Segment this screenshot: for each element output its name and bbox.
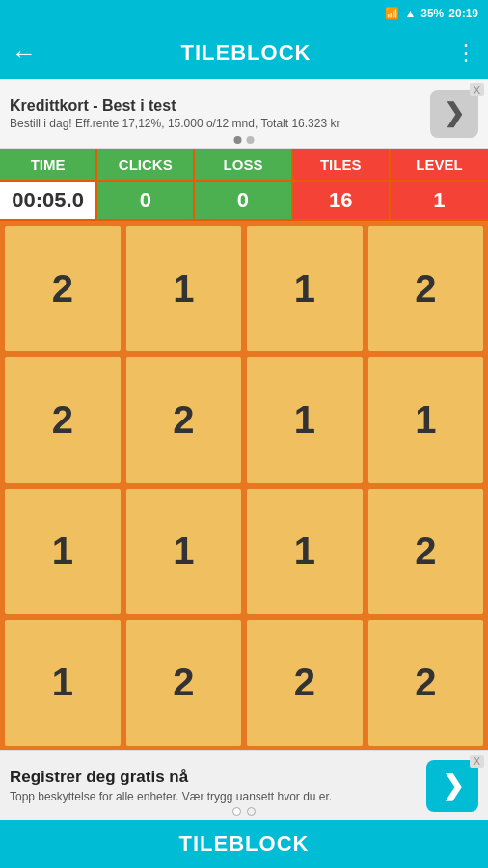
bottom-ad-arrow-icon: ❯ — [442, 770, 464, 801]
wifi-icon: 📶 — [385, 7, 399, 20]
header-tiles: TILES — [293, 149, 391, 180]
stat-level: 1 — [391, 182, 488, 219]
menu-button[interactable]: ⋮ — [455, 41, 476, 66]
bottom-dot-row — [232, 807, 256, 816]
ad-dot-2 — [247, 136, 255, 144]
ad-arrow-button[interactable]: ❯ — [430, 90, 478, 138]
tile-5[interactable]: 2 — [126, 357, 242, 482]
tile-0[interactable]: 2 — [5, 226, 121, 351]
ad-dot-row — [234, 136, 255, 144]
stat-loss: 0 — [195, 182, 292, 219]
status-icons: 📶 ▲ 35% 20:19 — [385, 7, 478, 20]
tile-3[interactable]: 2 — [368, 226, 484, 351]
stat-tiles: 16 — [293, 182, 391, 219]
bottom-bar: TILEBLOCK — [0, 820, 488, 868]
bottom-ad-title: Registrer deg gratis nå — [10, 768, 426, 787]
signal-icon: ▲ — [404, 7, 416, 20]
time-label: 20:19 — [448, 7, 478, 20]
tile-10[interactable]: 1 — [247, 489, 363, 614]
ad-close-button[interactable]: X — [470, 83, 484, 96]
tile-14[interactable]: 2 — [247, 620, 363, 746]
back-button[interactable]: ← — [12, 39, 37, 68]
tile-2[interactable]: 1 — [247, 226, 363, 351]
tile-8[interactable]: 1 — [5, 489, 121, 614]
tile-15[interactable]: 2 — [368, 620, 484, 746]
stats-header-row: TIME CLICKS LOSS TILES LEVEL — [0, 149, 488, 182]
tile-4[interactable]: 2 — [5, 357, 121, 482]
ad-dot-1 — [234, 136, 242, 144]
game-grid: 2112221111121222 — [0, 221, 488, 750]
ad-text: Kredittkort - Best i test Bestill i dag!… — [10, 97, 422, 130]
tile-12[interactable]: 1 — [5, 620, 121, 746]
status-bar: 📶 ▲ 35% 20:19 — [0, 0, 488, 27]
bottom-ad-subtitle: Topp beskyttelse for alle enheter. Vær t… — [10, 790, 426, 803]
tile-6[interactable]: 1 — [247, 357, 363, 482]
bottom-dot-2 — [247, 807, 256, 816]
ad-subtitle: Bestill i dag! Eff.rente 17,12%, 15.000 … — [10, 117, 422, 130]
top-ad-banner: Kredittkort - Best i test Bestill i dag!… — [0, 79, 488, 149]
header-level: LEVEL — [391, 149, 488, 180]
app-title: TILEBLOCK — [181, 41, 312, 66]
header-clicks: CLICKS — [97, 149, 195, 180]
top-bar: ← TILEBLOCK ⋮ — [0, 27, 488, 79]
stats-value-row: 00:05.0 0 0 16 1 — [0, 182, 488, 221]
stat-time: 00:05.0 — [0, 182, 97, 219]
header-time: TIME — [0, 149, 97, 180]
tile-11[interactable]: 2 — [368, 489, 484, 614]
header-loss: LOSS — [195, 149, 292, 180]
bottom-ad-close[interactable]: X — [470, 755, 484, 768]
tile-7[interactable]: 1 — [368, 357, 484, 482]
stat-clicks: 0 — [97, 182, 195, 219]
ad-title: Kredittkort - Best i test — [10, 97, 422, 115]
battery-label: 35% — [420, 7, 444, 20]
bottom-bar-title: TILEBLOCK — [179, 831, 310, 856]
bottom-ad-banner: Registrer deg gratis nå Topp beskyttelse… — [0, 750, 488, 820]
tile-1[interactable]: 1 — [126, 226, 242, 351]
tile-9[interactable]: 1 — [126, 489, 242, 614]
ad-arrow-icon: ❯ — [444, 98, 465, 128]
bottom-dot-1 — [232, 807, 241, 816]
bottom-ad-text: Registrer deg gratis nå Topp beskyttelse… — [10, 768, 426, 803]
tile-13[interactable]: 2 — [126, 620, 242, 746]
